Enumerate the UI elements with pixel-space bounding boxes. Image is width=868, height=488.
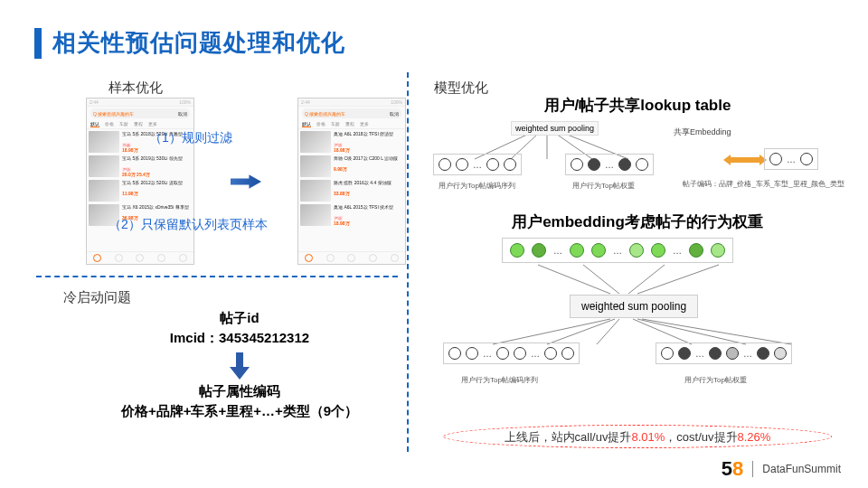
svg-line-9: [583, 265, 619, 294]
cap-post-enc: 帖子编码：品牌_价格_车系_车型_里程_颜色_类型: [683, 179, 844, 189]
double-arrow-icon: [723, 154, 767, 170]
cap-weight-2: 用户行为Top帖权重: [684, 375, 747, 385]
node-group-weight: …: [565, 154, 654, 175]
sample-phones: 2:44100% Q 搜索您感兴趣的车取消 默认价格车龄里程更多 宝马 5系 2…: [86, 98, 406, 265]
title-text: 相关性预估问题处理和优化: [52, 27, 345, 59]
phone-right: 2:44100% Q 搜索您感兴趣的车取消 默认价格车龄里程更多 奥迪 A6L …: [297, 98, 406, 265]
annotation-rule-filter: （1）规则过滤: [149, 130, 232, 146]
logo-58: 58: [722, 457, 744, 481]
title-accent: [34, 28, 42, 59]
cap-weight: 用户行为Top帖权重: [572, 181, 635, 191]
user-embedding-title: 用户embedding考虑帖子的行为权重: [429, 211, 845, 232]
result-metrics: 上线后，站内call/uv提升8.01%，cost/uv提升8.26%: [429, 429, 845, 446]
svg-line-17: [642, 319, 791, 344]
output-vector: … … …: [502, 238, 733, 263]
node-group-post: …: [764, 148, 818, 170]
lookup-table-title: 用户/帖子共享lookup table: [429, 95, 845, 116]
svg-marker-7: [723, 155, 767, 165]
post-attr-value: 价格+品牌+车系+里程+…+类型（9个）: [90, 403, 389, 420]
pooling-box-2: weighted sum pooling: [570, 295, 698, 318]
svg-marker-0: [231, 174, 261, 188]
cap-seq-2: 用户行为Top帖编码序列: [461, 375, 538, 385]
cap-seq: 用户行为Top帖编码序列: [439, 181, 515, 191]
svg-line-12: [493, 319, 610, 344]
arrow-down-icon: [230, 352, 250, 378]
imcid-value: Imcid：345345212312: [90, 330, 389, 347]
cold-start-block: 帖子id Imcid：345345212312 帖子属性编码 价格+品牌+车系+…: [90, 307, 389, 423]
svg-line-16: [637, 319, 746, 344]
arrow-right-icon: [231, 171, 261, 192]
post-attr-label: 帖子属性编码: [90, 383, 389, 400]
node-group-weight-2: … …: [656, 343, 792, 364]
horizontal-divider: [36, 276, 398, 277]
node-group-seq-2: … …: [443, 343, 580, 364]
phone-left: 2:44100% Q 搜索您感兴趣的车取消 默认价格车龄里程更多 宝马 5系 2…: [86, 98, 194, 265]
svg-line-14: [597, 319, 619, 344]
pooling-box: weighted sum pooling: [511, 121, 599, 136]
vertical-divider: [407, 72, 409, 452]
svg-marker-1: [230, 352, 250, 380]
annotation-keep-default: （2）只保留默认列表页样本: [108, 217, 268, 233]
footer-summit: DataFunSummit: [762, 463, 841, 475]
svg-line-11: [637, 265, 719, 294]
share-embedding-label: 共享Embedding: [674, 127, 731, 138]
section-cold-start: 冷启动问题: [63, 289, 131, 306]
svg-line-8: [538, 265, 610, 294]
section-sample-optimization: 样本优化: [108, 80, 163, 97]
footer: 58 DataFunSummit: [722, 457, 841, 481]
node-group-seq: …: [433, 154, 522, 175]
slide-title: 相关性预估问题处理和优化: [34, 27, 345, 59]
model-opt-block: 用户/帖子共享lookup table weighted sum pooling…: [429, 95, 845, 396]
diagram-user-embedding: … … … weighted sum pooling … … … … 用户行为T…: [429, 238, 845, 396]
svg-line-10: [628, 265, 665, 294]
diagram-shared-lookup: weighted sum pooling 共享Embedding … … … 用…: [429, 121, 845, 211]
post-id-label: 帖子id: [90, 310, 389, 327]
svg-line-13: [547, 319, 615, 344]
